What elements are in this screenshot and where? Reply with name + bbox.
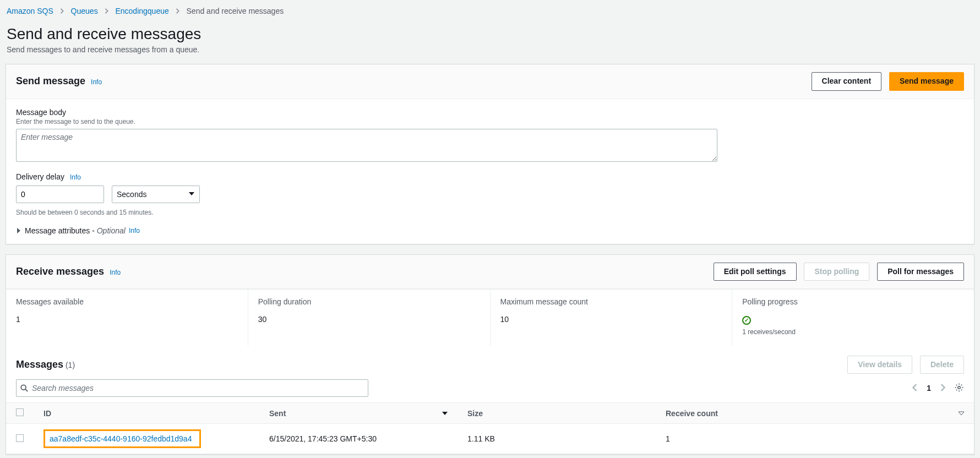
send-info-link[interactable]: Info — [91, 78, 102, 86]
message-body-hint: Enter the message to send to the queue. — [16, 118, 964, 126]
message-attributes-info-link[interactable]: Info — [129, 227, 140, 235]
stat-max-label: Maximum message count — [500, 297, 722, 306]
col-checkbox — [6, 403, 34, 424]
stat-available-label: Messages available — [16, 297, 238, 306]
message-attributes-label: Message attributes - — [25, 226, 97, 235]
send-panel-header: Send message Info Clear content Send mes… — [6, 64, 974, 99]
stat-max-value: 10 — [500, 315, 722, 324]
send-message-panel: Send message Info Clear content Send mes… — [6, 64, 974, 244]
gear-icon — [954, 383, 964, 392]
svg-line-1 — [25, 389, 28, 391]
stat-duration-value: 30 — [258, 315, 480, 324]
stat-progress-label: Polling progress — [742, 297, 964, 306]
breadcrumb-current: Send and receive messages — [187, 7, 284, 15]
edit-poll-settings-button[interactable]: Edit poll settings — [714, 263, 797, 281]
stat-duration-label: Polling duration — [258, 297, 480, 306]
breadcrumb-queues[interactable]: Queues — [71, 7, 98, 15]
col-id[interactable]: ID — [34, 403, 259, 424]
table-settings-button[interactable] — [954, 383, 964, 394]
stat-polling-duration: Polling duration 30 — [248, 290, 491, 346]
receive-title: Receive messages — [16, 266, 104, 277]
stat-max-message-count: Maximum message count 10 — [491, 290, 733, 346]
select-all-checkbox[interactable] — [16, 408, 24, 416]
svg-point-2 — [958, 386, 961, 389]
messages-count: (1) — [66, 361, 75, 369]
cell-receive-count: 1 — [656, 424, 974, 454]
messages-table: ID Sent Size Receive count — [6, 402, 974, 454]
receive-info-link[interactable]: Info — [110, 269, 121, 276]
stop-polling-button: Stop polling — [804, 263, 869, 281]
pagination: 1 — [911, 383, 964, 394]
chevron-right-icon — [105, 7, 109, 15]
messages-header: Messages (1) View details Delete — [6, 346, 974, 380]
col-receive-count[interactable]: Receive count — [656, 403, 974, 424]
messages-toolbar: 1 — [6, 379, 974, 402]
message-id-link[interactable]: aa7a8edf-c35c-4440-9160-92fedbd1d9a4 — [43, 429, 201, 448]
stat-available-value: 1 — [16, 315, 238, 324]
stat-polling-progress: Polling progress ✓ 1 receives/second — [732, 290, 974, 346]
page-title: Send and receive messages — [7, 25, 974, 43]
caret-sort-icon — [959, 409, 964, 418]
cell-size: 1.11 KB — [458, 424, 656, 454]
col-size[interactable]: Size — [458, 403, 656, 424]
chevron-right-icon — [60, 7, 64, 15]
stat-messages-available: Messages available 1 — [6, 290, 248, 346]
breadcrumb-amazon-sqs[interactable]: Amazon SQS — [7, 7, 53, 15]
chevron-right-icon — [939, 384, 946, 391]
page-subtitle: Send messages to and receive messages fr… — [7, 45, 974, 54]
col-sent[interactable]: Sent — [259, 403, 458, 424]
delivery-delay-label: Delivery delay — [16, 172, 64, 181]
stat-progress-rate: 1 receives/second — [742, 328, 964, 336]
delivery-delay-input[interactable] — [16, 186, 104, 203]
search-messages-input[interactable] — [16, 379, 368, 397]
col-id-label: ID — [43, 409, 51, 418]
chevron-left-icon — [911, 384, 919, 391]
triangle-right-icon — [16, 226, 21, 235]
search-icon — [20, 384, 28, 392]
receive-stats: Messages available 1 Polling duration 30… — [6, 289, 974, 346]
view-details-button: View details — [847, 356, 912, 374]
receive-panel-header: Receive messages Info Edit poll settings… — [6, 255, 974, 290]
col-size-label: Size — [467, 409, 483, 418]
message-attributes-expander[interactable]: Message attributes - Optional Info — [16, 226, 964, 235]
message-attributes-optional: Optional — [97, 226, 126, 235]
table-row: aa7a8edf-c35c-4440-9160-92fedbd1d9a4 6/1… — [6, 424, 974, 454]
messages-title: Messages — [16, 359, 63, 370]
clear-content-button[interactable]: Clear content — [812, 72, 881, 91]
breadcrumb: Amazon SQS Queues Encodingqueue Send and… — [6, 6, 974, 21]
delivery-delay-note: Should be between 0 seconds and 15 minut… — [16, 209, 964, 216]
col-sent-label: Sent — [269, 409, 286, 418]
caret-down-icon — [442, 409, 448, 418]
page-prev-button[interactable] — [911, 384, 919, 393]
delete-button: Delete — [920, 356, 964, 374]
receive-messages-panel: Receive messages Info Edit poll settings… — [6, 254, 974, 455]
send-message-button[interactable]: Send message — [889, 72, 964, 91]
check-circle-icon: ✓ — [742, 316, 751, 325]
poll-for-messages-button[interactable]: Poll for messages — [877, 263, 964, 281]
svg-point-0 — [21, 385, 26, 390]
row-checkbox[interactable] — [16, 434, 24, 442]
chevron-right-icon — [176, 7, 180, 15]
message-body-input[interactable] — [16, 129, 717, 162]
cell-checkbox — [6, 424, 34, 454]
breadcrumb-encodingqueue[interactable]: Encodingqueue — [115, 7, 168, 15]
send-title: Send message — [16, 75, 85, 87]
delivery-delay-unit-value: Seconds — [117, 190, 146, 199]
cell-id: aa7a8edf-c35c-4440-9160-92fedbd1d9a4 — [34, 424, 259, 454]
search-messages-wrap — [16, 379, 368, 397]
cell-sent: 6/15/2021, 17:45:23 GMT+5:30 — [259, 424, 458, 454]
delivery-delay-unit-select[interactable]: Seconds — [112, 186, 200, 203]
delivery-delay-info-link[interactable]: Info — [70, 173, 81, 181]
page-next-button[interactable] — [939, 384, 946, 393]
table-header-row: ID Sent Size Receive count — [6, 403, 974, 424]
page-number: 1 — [927, 384, 931, 392]
message-body-label: Message body — [16, 108, 964, 117]
col-receive-label: Receive count — [666, 409, 718, 418]
caret-down-icon — [188, 190, 195, 199]
